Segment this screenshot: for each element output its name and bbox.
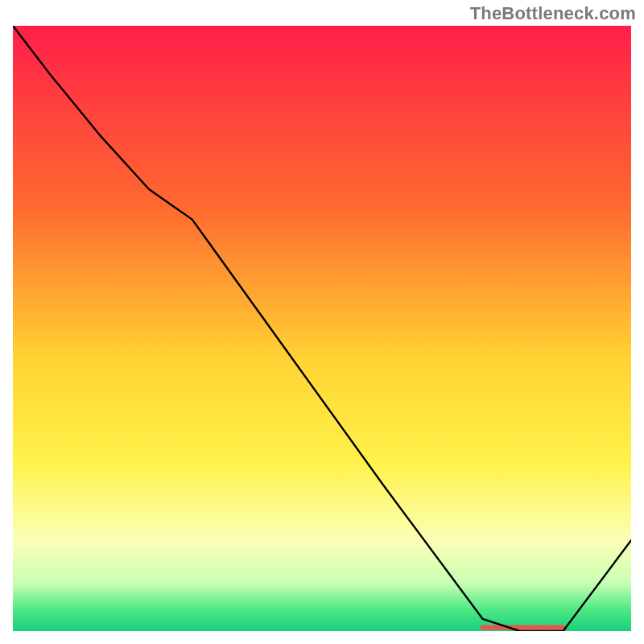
- chart-background: [13, 26, 631, 631]
- chart-area: [13, 26, 631, 631]
- attribution-text: TheBottleneck.com: [470, 3, 636, 24]
- chart-svg: [13, 26, 631, 631]
